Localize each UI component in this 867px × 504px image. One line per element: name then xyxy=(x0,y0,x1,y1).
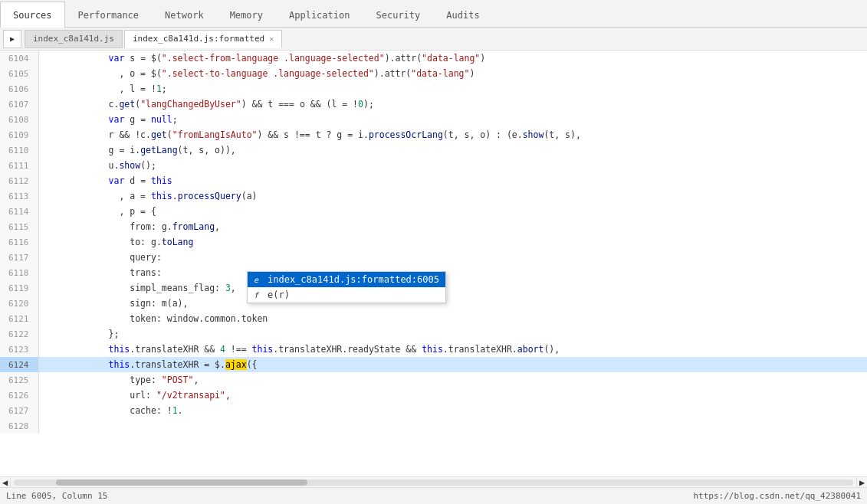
status-bar: Line 6005, Column 15 https://blog.csdn.n… xyxy=(0,487,867,504)
line-number: 6108 xyxy=(0,112,38,127)
table-row: 6126 url: "/v2transapi", xyxy=(0,388,867,403)
code-cell[interactable]: this.translateXHR = $.ajax({ xyxy=(38,357,867,372)
autocomplete-label-1: e(r) xyxy=(268,290,439,300)
line-number: 6115 xyxy=(0,219,38,234)
file-tab-formatted[interactable]: index_c8a141d.js:formatted ✕ xyxy=(124,30,282,48)
table-row: 6127 cache: !1. xyxy=(0,403,867,418)
code-cell[interactable]: r && !c.get("fromLangIsAuto") && s !== t… xyxy=(38,127,867,142)
line-number: 6116 xyxy=(0,234,38,250)
code-cell[interactable]: , o = $(".select-to-language .language-s… xyxy=(38,66,867,81)
code-cell[interactable]: }; xyxy=(38,326,867,342)
tab-audits[interactable]: Audits xyxy=(433,2,492,28)
code-cell[interactable]: var d = this xyxy=(38,173,867,188)
code-cell[interactable]: , a = this.processQuery(a) xyxy=(38,188,867,204)
code-cell[interactable]: var s = $(".select-from-language .langua… xyxy=(38,51,867,66)
table-row: 6123 this.translateXHR && 4 !== this.tra… xyxy=(0,342,867,357)
table-row: 6109 r && !c.get("fromLangIsAuto") && s … xyxy=(0,127,867,142)
code-cell[interactable]: query: xyxy=(38,250,867,265)
tab-network[interactable]: Network xyxy=(152,2,217,28)
autocomplete-icon-1: f xyxy=(254,291,263,299)
table-row: 6116 to: g.toLang xyxy=(0,234,867,250)
code-cell[interactable]: type: "POST", xyxy=(38,372,867,388)
table-row: 6117 query: xyxy=(0,250,867,265)
line-number: 6121 xyxy=(0,311,38,326)
table-row: 6122 }; xyxy=(0,326,867,342)
code-area: 6104 var s = $(".select-from-language .l… xyxy=(0,51,867,487)
table-row: 6112 var d = this xyxy=(0,173,867,188)
line-number: 6106 xyxy=(0,81,38,97)
line-number: 6107 xyxy=(0,97,38,112)
code-table: 6104 var s = $(".select-from-language .l… xyxy=(0,51,867,434)
line-number: 6105 xyxy=(0,66,38,81)
line-number: 6125 xyxy=(0,372,38,388)
code-cell[interactable]: , l = !1; xyxy=(38,81,867,97)
tab-performance[interactable]: Performance xyxy=(65,2,152,28)
table-row: 6125 type: "POST", xyxy=(0,372,867,388)
table-row: 6108 var g = null; xyxy=(0,112,867,127)
file-tab-minified[interactable]: index_c8a141d.js xyxy=(25,30,123,48)
line-number: 6118 xyxy=(0,265,38,280)
code-cell[interactable]: this.translateXHR && 4 !== this.translat… xyxy=(38,342,867,357)
scroll-left-button[interactable]: ◀ xyxy=(0,477,11,488)
scroll-right-button[interactable]: ▶ xyxy=(856,477,867,488)
table-row: 6124 this.translateXHR = $.ajax({ xyxy=(0,357,867,372)
line-number: 6114 xyxy=(0,204,38,219)
scrollbar-track[interactable] xyxy=(14,479,853,486)
code-cell[interactable]: sign: m(a), xyxy=(38,296,867,311)
code-cell[interactable]: u.show(); xyxy=(38,158,867,173)
code-cell[interactable]: g = i.getLang(t, s, o)), xyxy=(38,142,867,158)
code-content[interactable]: 6104 var s = $(".select-from-language .l… xyxy=(0,51,867,476)
status-url: https://blog.csdn.net/qq_42380041 xyxy=(693,491,861,501)
line-number: 6120 xyxy=(0,296,38,311)
line-number: 6109 xyxy=(0,127,38,142)
code-cell[interactable]: c.get("langChangedByUser") && t === o &&… xyxy=(38,97,867,112)
code-cell[interactable] xyxy=(38,418,867,434)
line-number: 6113 xyxy=(0,188,38,204)
line-number: 6104 xyxy=(0,51,38,66)
line-number: 6124 xyxy=(0,357,38,372)
table-row: 6113 , a = this.processQuery(a) xyxy=(0,188,867,204)
line-number: 6126 xyxy=(0,388,38,403)
autocomplete-popup: e index_c8a141d.js:formatted:6005 f e(r) xyxy=(247,271,446,303)
autocomplete-label-0: index_c8a141d.js:formatted:6005 xyxy=(268,274,439,285)
table-row: 6106 , l = !1; xyxy=(0,81,867,97)
table-row: 6105 , o = $(".select-to-language .langu… xyxy=(0,66,867,81)
status-position: Line 6005, Column 15 xyxy=(6,491,107,501)
line-number: 6112 xyxy=(0,173,38,188)
code-cell[interactable]: trans: xyxy=(38,265,867,280)
table-row: 6128 xyxy=(0,418,867,434)
file-tab-close-icon[interactable]: ✕ xyxy=(269,34,274,43)
tab-application[interactable]: Application xyxy=(276,2,363,28)
line-number: 6122 xyxy=(0,326,38,342)
code-cell[interactable]: cache: !1. xyxy=(38,403,867,418)
table-row: 6110 g = i.getLang(t, s, o)), xyxy=(0,142,867,158)
file-tab-bar: ▶ index_c8a141d.js index_c8a141d.js:form… xyxy=(0,28,867,51)
table-row: 6104 var s = $(".select-from-language .l… xyxy=(0,51,867,66)
autocomplete-icon-0: e xyxy=(254,276,263,284)
line-number: 6123 xyxy=(0,342,38,357)
tab-security[interactable]: Security xyxy=(363,2,433,28)
code-cell[interactable]: url: "/v2transapi", xyxy=(38,388,867,403)
table-row: 6121 token: window.common.token xyxy=(0,311,867,326)
horizontal-scrollbar[interactable]: ◀ ▶ xyxy=(0,476,867,487)
autocomplete-item-0[interactable]: e index_c8a141d.js:formatted:6005 xyxy=(248,272,445,287)
tab-memory[interactable]: Memory xyxy=(217,2,276,28)
line-number: 6110 xyxy=(0,142,38,158)
line-number: 6119 xyxy=(0,280,38,296)
code-cell[interactable]: var g = null; xyxy=(38,112,867,127)
autocomplete-item-1[interactable]: f e(r) xyxy=(248,287,445,303)
line-number: 6111 xyxy=(0,158,38,173)
code-cell[interactable]: , p = { xyxy=(38,204,867,219)
table-row: 6115 from: g.fromLang, xyxy=(0,219,867,234)
scrollbar-thumb[interactable] xyxy=(56,479,308,486)
line-number: 6117 xyxy=(0,250,38,265)
tab-sources[interactable]: Sources xyxy=(0,2,65,28)
line-number: 6127 xyxy=(0,403,38,418)
line-number: 6128 xyxy=(0,418,38,434)
code-cell[interactable]: token: window.common.token xyxy=(38,311,867,326)
code-cell[interactable]: to: g.toLang xyxy=(38,234,867,250)
file-panel-toggle[interactable]: ▶ xyxy=(3,30,21,48)
code-cell[interactable]: simpl_means_flag: 3, xyxy=(38,280,867,296)
table-row: 6114 , p = { xyxy=(0,204,867,219)
code-cell[interactable]: from: g.fromLang, xyxy=(38,219,867,234)
